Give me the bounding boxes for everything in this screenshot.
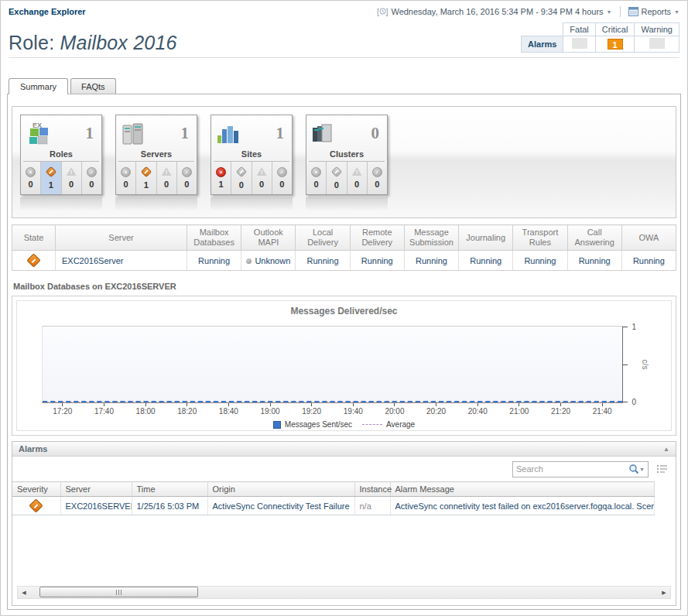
title-divider [9,57,679,58]
critical-icon [141,166,152,177]
tile-clusters[interactable]: 0 Clusters ×0 0 !0 ✓0 [306,115,388,195]
clusters-icon [311,122,336,145]
clusters-warning-cell[interactable]: !0 [347,162,368,194]
col-alarm-message[interactable]: Alarm Message [390,482,655,497]
alarm-summary-table: Fatal Critical Warning Alarms 1 [521,22,679,53]
critical-count-badge[interactable]: 1 [608,39,623,50]
horizontal-scrollbar[interactable]: ◀ ▶ [17,586,671,599]
search-box: ▼ [512,461,649,477]
reports-menu[interactable]: Reports ▼ [628,7,679,16]
time-range-selector[interactable]: [] Wednesday, March 16, 2016 5:34 PM - 9… [377,7,612,16]
col-time[interactable]: Time [132,482,207,497]
legend-label-average: Average [386,420,415,429]
fatal-icon: × [121,167,131,177]
tab-bar: Summary FAQts [1,78,687,94]
tab-summary[interactable]: Summary [9,78,68,94]
warning-icon: ! [352,167,362,176]
sites-warning-cell[interactable]: !0 [252,162,272,194]
scrollbar-track[interactable] [30,587,658,598]
tile-servers[interactable]: 1 Servers ×0 1 !0 ✓0 [115,115,197,195]
alarm-origin: ActiveSync Connectivity Test Failure [207,497,354,515]
servers-critical-cell[interactable]: 1 [136,162,156,194]
critical-icon [236,166,247,177]
collapse-icon[interactable]: ▲ [663,446,669,453]
roles-normal-cell[interactable]: ✓0 [82,162,101,194]
critical-icon [331,166,342,177]
roles-critical-cell[interactable]: 1 [41,162,61,194]
servers-fatal-cell[interactable]: ×0 [116,162,136,194]
servers-warning-cell[interactable]: !0 [157,162,177,194]
fatal-count-badge[interactable] [572,38,587,49]
transport-rules-status: Running [513,251,567,271]
breadcrumb[interactable]: Exchange Explorer [9,7,86,16]
alarms-table-header-row: Severity Server Time Origin Instance Ala… [12,482,655,497]
owa-status: Running [621,251,676,271]
server-name[interactable]: EXC2016Server [56,251,187,271]
fatal-icon: × [311,167,321,177]
warning-icon: ! [162,167,172,176]
server-state-table: State Server Mailbox Databases Outlook M… [12,224,676,271]
exchange-explorer-page: Exchange Explorer [] Wednesday, March 16… [0,0,688,616]
normal-icon: ✓ [277,167,287,177]
clusters-critical-cell[interactable]: 0 [327,162,347,194]
search-options-arrow[interactable]: ▼ [639,467,645,472]
tab-faqts[interactable]: FAQts [70,78,116,94]
col-call-answering: Call Answering [567,225,621,251]
scroll-right-button[interactable]: ▶ [658,590,670,596]
x-axis-labels: 17:2017:4018:0018:2018:4019:0019:2019:40… [42,403,623,416]
col-message-submission: Message Submission [404,225,458,251]
alarm-summary-col-critical: Critical [595,23,635,36]
x-tick-label: 21:40 [581,403,623,416]
x-tick-label: 20:20 [416,403,457,416]
search-icon[interactable] [628,464,639,474]
scroll-left-button[interactable]: ◀ [18,590,30,596]
col-severity[interactable]: Severity [12,482,60,497]
divider [620,6,621,17]
sites-normal-cell[interactable]: ✓0 [272,162,292,194]
alarms-panel-header[interactable]: Alarms ▲ [12,442,676,457]
call-answering-status: Running [567,251,621,271]
clusters-fatal-cell[interactable]: ×0 [306,162,327,194]
server-table-header-row: State Server Mailbox Databases Outlook M… [12,225,676,251]
col-instance[interactable]: Instance [354,482,390,497]
customizer-icon[interactable] [656,464,668,474]
tile-servers-wrap: 1 Servers ×0 1 !0 ✓0 [115,115,197,210]
fatal-icon: × [26,167,36,177]
col-local-delivery: Local Delivery [296,225,350,251]
warning-count-badge[interactable] [649,38,665,49]
x-tick-label: 18:40 [208,403,250,416]
col-origin[interactable]: Origin [207,482,354,497]
tile-sites[interactable]: 1 Sites ×1 0 !0 ✓0 [211,115,293,195]
sites-label: Sites [214,149,289,162]
tile-roles[interactable]: EX 1 Roles ×0 1 !0 ✓0 [20,115,102,195]
scrollbar-thumb[interactable] [39,587,198,597]
servers-icon [121,121,145,146]
col-remote-delivery: Remote Delivery [350,225,404,251]
x-tick-label: 19:20 [291,403,333,416]
roles-warning-cell[interactable]: !0 [62,162,82,194]
x-tick-label: 19:40 [332,403,374,416]
x-tick-label: 21:00 [498,403,540,416]
server-row[interactable]: EXC2016Server Running Unknown Running Ru… [12,251,676,271]
y-axis-label: c/s [641,360,649,370]
report-icon [628,7,638,16]
chart-frame: Messages Delivered/sec 1 0 c/s 17:2017:4… [16,300,672,431]
unknown-status-dot [246,258,252,264]
tile-reflection [115,197,197,210]
roles-fatal-cell[interactable]: ×0 [21,162,41,194]
col-state: State [12,225,56,251]
alarm-row[interactable]: EXC2016SERVER 1/25/16 5:03 PM ActiveSync… [12,497,655,515]
servers-normal-cell[interactable]: ✓0 [177,162,197,194]
search-input[interactable] [516,464,628,474]
sites-critical-cell[interactable]: 0 [231,162,252,194]
alarm-summary-row-label: Alarms [522,36,563,53]
col-alarm-server[interactable]: Server [60,482,132,497]
x-tick-label: 19:00 [249,403,291,416]
y-tick-mark [623,402,628,402]
clusters-normal-cell[interactable]: ✓0 [368,162,387,194]
chart-plot-area[interactable]: 1 0 c/s [42,326,623,403]
sites-fatal-cell[interactable]: ×1 [211,162,231,194]
x-tick-label: 18:20 [166,403,208,416]
top-bar: Exchange Explorer [] Wednesday, March 16… [1,1,687,22]
sites-count: 1 [276,124,285,143]
